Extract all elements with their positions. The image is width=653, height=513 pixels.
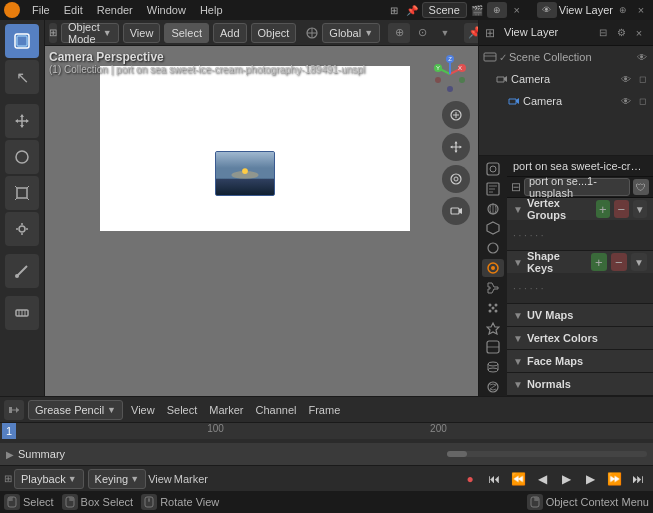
face-maps-header[interactable]: ▼ Face Maps [507,350,653,372]
timeline-scrubber[interactable]: 1 100 200 [0,423,653,443]
grease-pencil-dropdown[interactable]: Grease Pencil ▼ [28,400,123,420]
summary-bar[interactable]: ▶ Summary [0,443,653,465]
select-menu-btn[interactable]: Select [164,23,209,43]
camera-parent-eye-icon[interactable]: 👁 [619,72,633,86]
menu-help[interactable]: Help [194,0,229,20]
vertex-groups-add-btn[interactable]: + [596,200,611,218]
close-outliner-icon[interactable]: × [631,25,647,41]
global-transform-dropdown[interactable]: Global ▼ [322,23,380,43]
playback-view-btn[interactable]: View [148,473,172,485]
output-props-icon[interactable] [482,180,504,198]
next-keyframe-btn[interactable]: ⏩ [603,468,625,490]
playback-dropdown[interactable]: Playback ▼ [14,469,84,489]
vertex-groups-header[interactable]: ▼ Vertex Groups + − ▼ [507,198,653,220]
pin-icon[interactable]: 📌 [404,2,420,18]
shape-keys-header[interactable]: ▼ Shape Keys + − ▼ [507,251,653,273]
timeline-frame-btn[interactable]: Frame [304,400,344,420]
scene-props-icon[interactable] [482,219,504,237]
play-btn[interactable]: ▶ [555,468,577,490]
normals-header[interactable]: ▼ Normals [507,373,653,395]
step-forward-btn[interactable]: ▶ [579,468,601,490]
zoom-in-gizmo-btn[interactable] [442,101,470,129]
annotate-tool-btn[interactable] [5,254,39,288]
shape-keys-remove-btn[interactable]: − [611,253,627,271]
snap-dropdown-icon[interactable]: ▼ [434,23,456,43]
object-props-icon[interactable] [482,259,504,277]
move-tool-btn[interactable] [5,104,39,138]
scene-name-field[interactable]: Scene [422,2,467,18]
timeline-numbers-row[interactable]: 1 100 200 [0,423,653,439]
data-props-icon[interactable] [482,358,504,376]
timeline-channel-btn[interactable]: Channel [251,400,300,420]
camera-object-3d[interactable] [215,151,275,196]
editor-type-icon[interactable]: ⊞ [386,2,402,18]
viewlayer-props-icon[interactable] [482,200,504,218]
playback-marker-btn[interactable]: Marker [174,473,208,485]
close-icon[interactable]: × [509,2,525,18]
uv-maps-header[interactable]: ▼ UV Maps [507,304,653,326]
timeline-marker-btn[interactable]: Marker [205,400,247,420]
vertex-groups-remove-btn[interactable]: − [614,200,629,218]
render-props-icon[interactable] [482,160,504,178]
snap-icon[interactable]: ⊕ [388,23,410,43]
prev-keyframe-btn[interactable]: ⏪ [507,468,529,490]
keying-dropdown[interactable]: Keying ▼ [88,469,147,489]
proportional-edit-icon[interactable]: ⊙ [411,23,433,43]
timeline-view-btn[interactable]: View [127,400,159,420]
outliner-item-camera-child[interactable]: Camera 👁 ◻ [479,90,653,112]
camera-child-restrict-icon[interactable]: ◻ [635,94,649,108]
rotate-tool-btn[interactable] [5,140,39,174]
record-btn[interactable]: ● [459,468,481,490]
timeline-editor-icon[interactable] [4,400,24,420]
shape-keys-tri-btn[interactable]: ▼ [631,253,647,271]
timeline-select-btn[interactable]: Select [163,400,202,420]
outliner-item-camera-parent[interactable]: Camera 👁 ◻ [479,68,653,90]
pin2-icon[interactable]: 📌 [464,23,478,43]
menu-render[interactable]: Render [91,0,139,20]
settings-icon[interactable]: ⚙ [613,25,629,41]
axis-widget[interactable]: X Y Z [430,54,470,94]
object-menu-btn[interactable]: Object [251,23,297,43]
scale-tool-btn[interactable] [5,176,39,210]
current-frame-box[interactable]: 1 [2,423,16,439]
scene-collection-eye-icon[interactable]: 👁 [635,50,649,64]
pan-gizmo-btn[interactable] [442,133,470,161]
viewport-3d[interactable]: ↗ Camera Perspective (1) Collection | po… [45,46,478,396]
blender-logo-icon[interactable] [4,2,20,18]
camera-child-eye-icon[interactable]: 👁 [619,94,633,108]
particles-props-icon[interactable] [482,299,504,317]
world-props-icon[interactable] [482,239,504,257]
copy-icon[interactable]: ⊕ [487,2,507,18]
camera-parent-restrict-icon[interactable]: ◻ [635,72,649,86]
filter-funnel-icon[interactable]: ⊟ [511,180,521,194]
object-mode-dropdown[interactable]: Object Mode ▼ [61,23,119,43]
outliner-item-collection[interactable]: ✓ Scene Collection 👁 [479,46,653,68]
jump-start-btn[interactable]: ⏮ [483,468,505,490]
playback-editor-icon[interactable]: ⊞ [4,473,12,484]
modifier-props-icon[interactable] [482,279,504,297]
view-menu-btn[interactable]: View [123,23,161,43]
material-props-icon[interactable] [482,378,504,396]
filter-icon[interactable]: ⊟ [595,25,611,41]
normals-shield-icon[interactable]: 🛡 [633,179,649,195]
menu-file[interactable]: File [26,0,56,20]
physics-props-icon[interactable] [482,319,504,337]
constraints-props-icon[interactable] [482,338,504,356]
measure-tool-btn[interactable] [5,296,39,330]
summary-scroll-area[interactable] [447,451,647,457]
menu-edit[interactable]: Edit [58,0,89,20]
vertex-groups-tri-btn[interactable]: ▼ [633,200,648,218]
menu-window[interactable]: Window [141,0,192,20]
viewlayer-add-icon[interactable]: ⊕ [615,2,631,18]
viewlayer-close-icon[interactable]: × [633,2,649,18]
jump-end-btn[interactable]: ⏭ [627,468,649,490]
viewlayer-icon[interactable]: 👁 [537,2,557,18]
zoom-out-gizmo-btn[interactable] [442,165,470,193]
step-back-btn[interactable]: ◀ [531,468,553,490]
transform-tool-btn[interactable] [5,212,39,246]
vertex-colors-header[interactable]: ▼ Vertex Colors [507,327,653,349]
timeline-track[interactable] [0,439,653,443]
add-menu-btn[interactable]: Add [213,23,247,43]
camera-gizmo-btn[interactable] [442,197,470,225]
scene-icon[interactable]: 🎬 [469,2,485,18]
